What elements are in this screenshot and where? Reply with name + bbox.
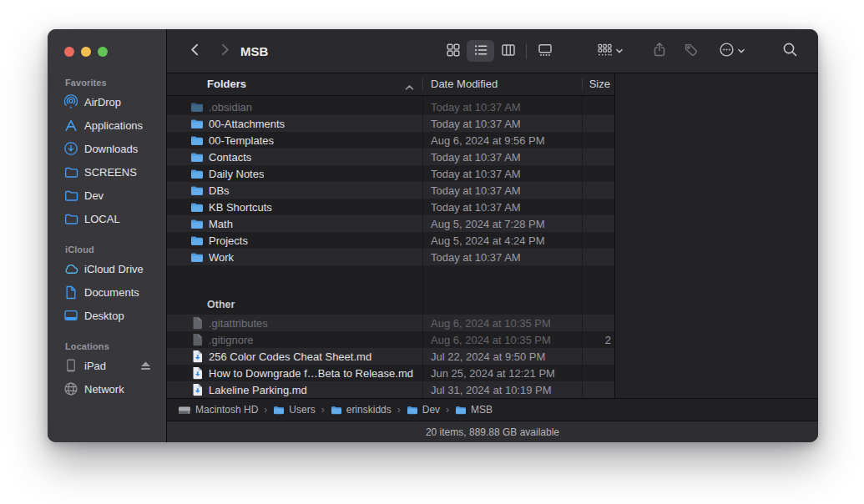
folder-icon <box>190 117 204 130</box>
file-row-obsidian[interactable]: .obsidianToday at 10:37 AM <box>167 98 614 115</box>
applications-icon <box>63 117 79 134</box>
share-button[interactable] <box>648 40 671 62</box>
folder-icon <box>63 210 79 227</box>
column-divider[interactable] <box>422 78 423 90</box>
file-name: Math <box>209 218 233 230</box>
folder-icon <box>190 217 204 230</box>
file-row-how-to-downgrade-f-beta-to-release-md[interactable]: How to Downgrade f…Beta to Release.mdJun… <box>167 365 614 381</box>
file-row-contacts[interactable]: ContactsToday at 10:37 AM <box>167 149 614 165</box>
path-bar: Macintosh HD›Users›erinskidds›Dev›MSB <box>167 398 818 421</box>
column-header-name[interactable]: Folders <box>207 73 246 95</box>
sidebar-item-screens[interactable]: SCREENS <box>56 160 158 184</box>
folder-icon <box>190 200 204 214</box>
file-name: KB Shortcuts <box>209 201 272 214</box>
minimize-button[interactable] <box>81 47 91 57</box>
file-row-00-templates[interactable]: 00-TemplatesAug 6, 2024 at 9:56 PM <box>167 132 614 149</box>
file-row-work[interactable]: WorkToday at 10:37 AM <box>167 249 614 265</box>
file-date-modified: Today at 10:37 AM <box>422 184 582 197</box>
sidebar-section-label: Locations <box>56 340 158 354</box>
column-view-button[interactable] <box>494 40 522 62</box>
file-date-modified: Today at 10:37 AM <box>422 101 582 113</box>
file-name: DBs <box>209 184 230 197</box>
chevron-right-icon: › <box>321 404 325 416</box>
column-header-date-modified[interactable]: Date Modified <box>431 73 498 95</box>
list-split: Folders Date Modified Size .obsidianToda… <box>167 73 818 398</box>
sidebar-sections: FavoritesAirDropApplicationsDownloadsSCR… <box>48 76 166 401</box>
file-name: Work <box>209 251 234 264</box>
icon-view-button[interactable] <box>439 40 467 62</box>
sidebar-item-documents[interactable]: Documents <box>56 280 158 304</box>
breadcrumb-dev[interactable]: Dev <box>407 404 440 416</box>
content-area: MSB <box>167 29 818 442</box>
file-row-kb-shortcuts[interactable]: KB ShortcutsToday at 10:37 AM <box>167 199 614 215</box>
breadcrumb-erinskidds[interactable]: erinskidds <box>331 404 392 416</box>
sidebar-item-local[interactable]: LOCAL <box>56 207 158 230</box>
close-button[interactable] <box>64 47 74 57</box>
file-row-projects[interactable]: ProjectsAug 5, 2024 at 4:24 PM <box>167 232 614 249</box>
icloud-icon <box>63 260 79 277</box>
group-by-icon <box>597 43 613 60</box>
file-row-00-attachments[interactable]: 00-AttachmentsToday at 10:37 AM <box>167 115 614 132</box>
group-header-other: Other <box>167 296 614 313</box>
sidebar-item-ipad[interactable]: iPad <box>56 354 158 377</box>
share-icon <box>652 42 667 60</box>
sidebar-item-downloads[interactable]: Downloads <box>56 137 158 160</box>
sidebar-item-desktop[interactable]: Desktop <box>56 304 158 327</box>
sidebar-item-network[interactable]: Network <box>56 377 158 401</box>
file-size: 2 <box>582 334 614 346</box>
airdrop-icon <box>63 93 79 110</box>
file-date-modified: Today at 10:37 AM <box>422 151 582 164</box>
desktop-icon <box>63 307 79 324</box>
column-header-size[interactable]: Size <box>589 73 610 95</box>
group-by-button[interactable] <box>591 40 629 62</box>
chevron-left-icon <box>189 43 201 59</box>
list-view-icon <box>473 43 488 60</box>
folder-icon <box>63 187 79 204</box>
list-header: Folders Date Modified Size <box>167 73 614 96</box>
folder-icon <box>190 250 204 264</box>
list-pane: Folders Date Modified Size .obsidianToda… <box>167 73 615 398</box>
file-name: Lakeline Parking.md <box>209 384 307 396</box>
sidebar-item-icloud-drive[interactable]: iCloud Drive <box>56 257 158 280</box>
file-row-dbs[interactable]: DBsToday at 10:37 AM <box>167 182 614 199</box>
gallery-view-button[interactable] <box>531 40 558 62</box>
file-name: 256 Color Codes Cheat Sheet.md <box>209 350 371 363</box>
folder-icon <box>273 406 285 415</box>
breadcrumb-macintosh-hd[interactable]: Macintosh HD <box>178 404 258 416</box>
list-view-button[interactable] <box>467 40 494 62</box>
window-title: MSB <box>240 44 268 58</box>
file-row-lakeline-parking-md[interactable]: Lakeline Parking.mdJul 31, 2024 at 10:19… <box>167 381 614 398</box>
forward-button[interactable] <box>214 40 235 62</box>
sidebar-section-label: Favorites <box>56 76 158 90</box>
breadcrumb-msb[interactable]: MSB <box>455 404 493 416</box>
file-row-math[interactable]: MathAug 5, 2024 at 7:28 PM <box>167 215 614 232</box>
folder-icon <box>190 167 204 180</box>
back-button[interactable] <box>184 40 205 62</box>
zoom-button[interactable] <box>98 47 108 57</box>
file-row-256-color-codes-cheat-sheet-md[interactable]: 256 Color Codes Cheat Sheet.mdJul 22, 20… <box>167 348 614 365</box>
file-row-gitignore[interactable]: .gitignoreAug 6, 2024 at 10:35 PM2 <box>167 331 614 348</box>
sidebar-item-dev[interactable]: Dev <box>56 184 158 207</box>
sidebar-item-airdrop[interactable]: AirDrop <box>56 90 158 113</box>
chevron-down-icon <box>737 45 745 58</box>
search-button[interactable] <box>778 40 801 62</box>
sidebar: FavoritesAirDropApplicationsDownloadsSCR… <box>48 29 167 442</box>
folder-icon <box>190 184 204 197</box>
column-divider[interactable] <box>582 78 583 90</box>
sidebar-item-applications[interactable]: Applications <box>56 113 158 137</box>
file-icon <box>190 333 204 346</box>
status-text: 20 items, 889.88 GB available <box>426 426 559 438</box>
search-icon <box>782 42 798 60</box>
empty-area <box>615 73 818 398</box>
file-row-gitattributes[interactable]: .gitattributesAug 6, 2024 at 10:35 PM <box>167 315 614 331</box>
more-actions-button[interactable] <box>713 40 751 62</box>
file-date-modified: Aug 6, 2024 at 10:35 PM <box>422 317 582 330</box>
status-bar: 20 items, 889.88 GB available <box>167 421 818 442</box>
file-name: 00-Templates <box>209 134 274 147</box>
document-icon <box>63 284 79 300</box>
tag-button[interactable] <box>680 40 703 62</box>
file-date-modified: Aug 6, 2024 at 10:35 PM <box>422 334 582 346</box>
file-row-daily-notes[interactable]: Daily NotesToday at 10:37 AM <box>167 165 614 182</box>
breadcrumb-users[interactable]: Users <box>273 404 315 416</box>
eject-icon[interactable] <box>139 360 152 371</box>
